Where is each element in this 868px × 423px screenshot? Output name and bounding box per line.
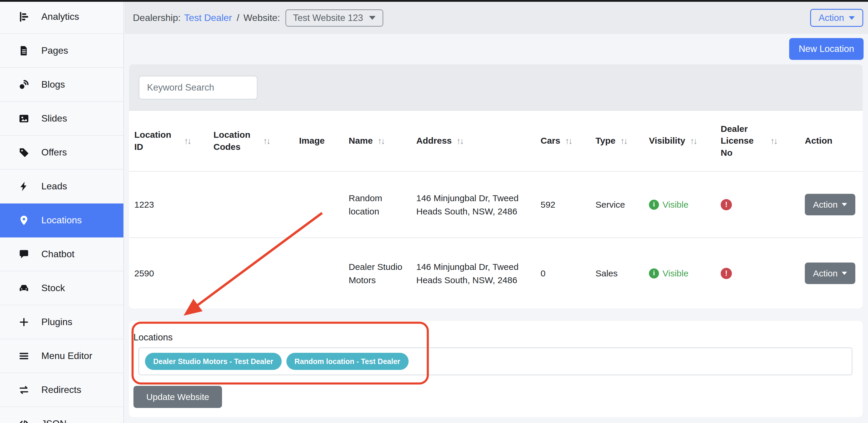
cell-location-id: 2590 (129, 238, 208, 308)
sidebar-item-blogs[interactable]: Blogs (0, 68, 123, 102)
location-pin-icon (18, 215, 30, 226)
visibility-label: Visible (662, 267, 688, 280)
sidebar-item-offers[interactable]: Offers (0, 136, 123, 170)
sidebar: Analytics Pages Blogs Slides Offers Lead… (0, 0, 124, 423)
column-label: Cars (540, 135, 560, 147)
sort-icon[interactable]: ↑↓ (263, 136, 270, 146)
sidebar-item-label: Leads (41, 181, 67, 192)
sidebar-item-label: Stock (41, 283, 65, 293)
sort-icon[interactable]: ↑↓ (565, 136, 571, 146)
cell-type: Service (590, 171, 644, 238)
cell-address: 146 Minjungbal Dr, Tweed Heads South, NS… (411, 171, 535, 238)
locations-multiselect[interactable]: Dealer Studio Motors - Test DealerRandom… (138, 348, 852, 375)
sort-icon[interactable]: ↑↓ (184, 136, 190, 146)
column-label: Name (349, 135, 373, 147)
keyword-search-input[interactable] (139, 76, 257, 99)
cell-location-codes (208, 238, 294, 308)
sidebar-item-pages[interactable]: Pages (0, 34, 123, 68)
cell-location-id: 1223 (129, 171, 208, 238)
table-row: 2590 Dealer Studio Motors 146 Minjungbal… (129, 238, 863, 308)
plugins-icon (18, 317, 30, 328)
pages-icon (18, 45, 30, 56)
sidebar-item-label: Offers (41, 147, 67, 158)
table-column-header[interactable]: Visibility ↑↓ (644, 110, 715, 171)
cell-visibility: i Visible (644, 171, 715, 238)
main-content: New Location Location ID ↑↓ Location Cod… (125, 34, 868, 423)
sidebar-item-redirects[interactable]: Redirects (0, 373, 123, 407)
visibility-label: Visible (662, 198, 688, 211)
sidebar-item-json[interactable]: JSON (0, 407, 123, 423)
dealership-label: Dealership: (133, 12, 181, 23)
cell-name: Random location (343, 171, 411, 238)
location-pill[interactable]: Random location - Test Dealer (286, 353, 409, 370)
cell-action: Action (800, 171, 863, 238)
update-website-button[interactable]: Update Website (133, 386, 222, 408)
table-column-header[interactable]: Image (294, 110, 343, 171)
sort-icon[interactable]: ↑↓ (690, 136, 696, 146)
topbar-action-label: Action (819, 13, 844, 23)
column-label: Image (299, 135, 325, 147)
blogs-icon (18, 79, 30, 90)
sidebar-item-analytics[interactable]: Analytics (0, 0, 123, 34)
sidebar-item-label: Chatbot (41, 249, 74, 260)
sidebar-item-label: Slides (41, 113, 67, 124)
locations-form-title: Locations (133, 332, 863, 343)
sidebar-item-label: JSON (41, 418, 66, 423)
caret-down-icon (849, 16, 855, 20)
sidebar-item-label: Redirects (41, 384, 81, 395)
table-card-header (129, 64, 863, 110)
row-action-button[interactable]: Action (805, 194, 855, 215)
table-column-header[interactable]: Name ↑↓ (343, 110, 411, 171)
row-action-button[interactable]: Action (805, 263, 855, 284)
website-label: Website: (244, 12, 280, 23)
breadcrumb-separator: / (237, 12, 240, 23)
table-column-header[interactable]: Address ↑↓ (411, 110, 535, 171)
sort-icon[interactable]: ↑↓ (378, 136, 384, 146)
locations-table-card: Location ID ↑↓ Location Codes ↑↓ Image N… (129, 64, 863, 308)
table-column-header[interactable]: Dealer License No ↑↓ (715, 110, 800, 171)
website-select[interactable]: Test Website 123 (285, 9, 383, 27)
caret-down-icon (842, 272, 847, 275)
cell-location-codes (208, 171, 294, 238)
topbar: Dealership:Test Dealer/Website: Test Web… (125, 0, 868, 34)
table-column-header[interactable]: Cars ↑↓ (535, 110, 590, 171)
table-column-header[interactable]: Location ID ↑↓ (129, 110, 208, 171)
sidebar-item-stock[interactable]: Stock (0, 271, 123, 305)
sidebar-item-menu-editor[interactable]: Menu Editor (0, 339, 123, 373)
sort-icon[interactable]: ↑↓ (620, 136, 627, 146)
analytics-icon (18, 11, 30, 23)
sidebar-item-label: Menu Editor (41, 351, 92, 361)
table-column-header[interactable]: Action (800, 110, 863, 171)
sidebar-item-plugins[interactable]: Plugins (0, 305, 123, 339)
column-label: Address (416, 135, 452, 147)
cell-address: 146 Minjungbal Dr, Tweed Heads South, NS… (411, 238, 535, 308)
sidebar-item-leads[interactable]: Leads (0, 170, 123, 203)
leads-icon (18, 181, 30, 192)
column-label: Action (805, 135, 832, 147)
menu-editor-icon (18, 351, 30, 362)
new-location-button[interactable]: New Location (789, 38, 864, 60)
column-label: Location Codes (213, 129, 258, 153)
topbar-action-button[interactable]: Action (810, 9, 863, 27)
sidebar-item-locations[interactable]: Locations (0, 203, 123, 237)
dealership-link[interactable]: Test Dealer (184, 12, 232, 23)
stock-icon (18, 283, 30, 294)
cell-type: Sales (590, 238, 644, 308)
table-column-header[interactable]: Location Codes ↑↓ (208, 110, 294, 171)
row-action-label: Action (813, 200, 838, 210)
sort-icon[interactable]: ↑↓ (770, 136, 777, 146)
column-label: Type (595, 135, 616, 147)
cell-dealer-license: ! (715, 171, 800, 238)
row-action-label: Action (813, 268, 838, 279)
sidebar-item-chatbot[interactable]: Chatbot (0, 237, 123, 271)
sidebar-item-slides[interactable]: Slides (0, 102, 123, 136)
column-label: Dealer License No (721, 123, 766, 159)
table-column-header[interactable]: Type ↑↓ (590, 110, 644, 171)
slides-icon (18, 113, 30, 124)
cell-visibility: i Visible (644, 238, 715, 308)
location-pill[interactable]: Dealer Studio Motors - Test Dealer (145, 353, 282, 370)
locations-table: Location ID ↑↓ Location Codes ↑↓ Image N… (129, 110, 863, 308)
offers-icon (18, 147, 30, 158)
info-icon: i (649, 268, 659, 279)
sort-icon[interactable]: ↑↓ (457, 136, 463, 146)
